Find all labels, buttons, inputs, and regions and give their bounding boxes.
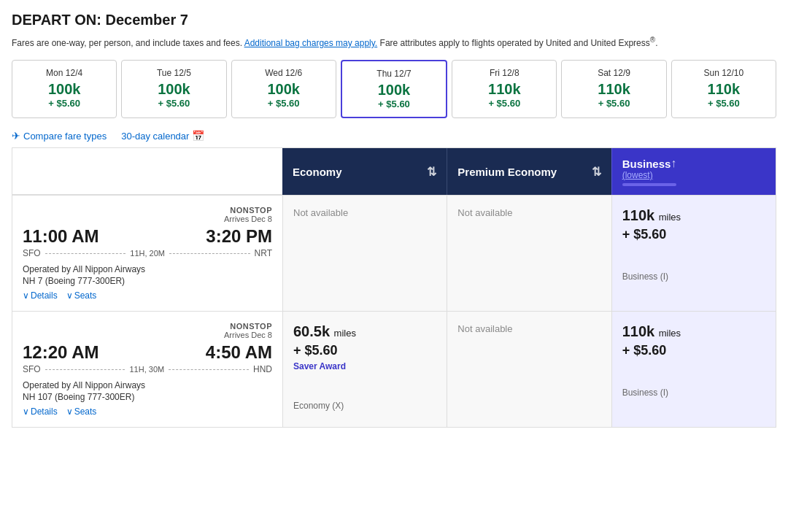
date-card-mon-12-4[interactable]: Mon 12/4 100k + $5.60 (12, 60, 117, 118)
economy-fare-0: Not available (282, 195, 447, 311)
business-fare-1[interactable]: 110k miles + $5.60 Business (I) (611, 311, 776, 427)
business-col-header: Business ↑ (lowest) (611, 148, 776, 195)
premium-col-header: Premium Economy ⇅ (447, 148, 611, 195)
date-card-sat-12-9[interactable]: Sat 12/9 110k + $5.60 (561, 60, 666, 118)
date-selector: Mon 12/4 100k + $5.60 Tue 12/5 100k + $5… (12, 60, 776, 118)
toolbar: ✈ Compare fare types 30-day calendar 📅 (12, 130, 776, 147)
flight-info-1: NONSTOP Arrives Dec 8 12:20 AM 4:50 AM S… (12, 311, 282, 427)
economy-fare-1[interactable]: 60.5k miles + $5.60 Saver Award Economy … (282, 311, 447, 427)
flight-col-header (12, 148, 282, 195)
compare-fares-link[interactable]: ✈ Compare fare types (12, 130, 107, 142)
calendar-link[interactable]: 30-day calendar 📅 (121, 130, 204, 142)
date-card-fri-12-8[interactable]: Fri 12/8 110k + $5.60 (452, 60, 557, 118)
date-card-tue-12-5[interactable]: Tue 12/5 100k + $5.60 (121, 60, 226, 118)
business-sort-icon[interactable]: ↑ (671, 157, 676, 170)
premium-fare-0: Not available (447, 195, 611, 311)
date-card-thu-12-7[interactable]: Thu 12/7 100k + $5.60 (341, 60, 447, 118)
economy-sort-icon[interactable]: ⇅ (427, 165, 436, 179)
page-title: DEPART ON: December 7 (12, 12, 776, 28)
details-link-0[interactable]: ∨ Details (23, 290, 58, 301)
economy-col-header: Economy ⇅ (282, 148, 447, 195)
details-link-1[interactable]: ∨ Details (23, 406, 58, 417)
plane-icon: ✈ (12, 130, 20, 142)
results-grid: Economy ⇅ Premium Economy ⇅ Business ↑ (… (12, 147, 776, 428)
bag-charges-link[interactable]: Additional bag charges may apply. (244, 38, 378, 48)
seats-link-1[interactable]: ∨ Seats (66, 406, 97, 417)
calendar-icon: 📅 (192, 130, 204, 142)
date-card-sun-12-10[interactable]: Sun 12/10 110k + $5.60 (671, 60, 776, 118)
business-fare-0[interactable]: 110k miles + $5.60 Business (I) (611, 195, 776, 311)
date-card-wed-12-6[interactable]: Wed 12/6 100k + $5.60 (231, 60, 336, 118)
seats-link-0[interactable]: ∨ Seats (66, 290, 97, 301)
premium-sort-icon[interactable]: ⇅ (592, 165, 601, 179)
premium-fare-1: Not available (447, 311, 611, 427)
flight-info-0: NONSTOP Arrives Dec 8 11:00 AM 3:20 PM S… (12, 195, 282, 311)
fare-notice: Fares are one-way, per person, and inclu… (12, 34, 776, 50)
